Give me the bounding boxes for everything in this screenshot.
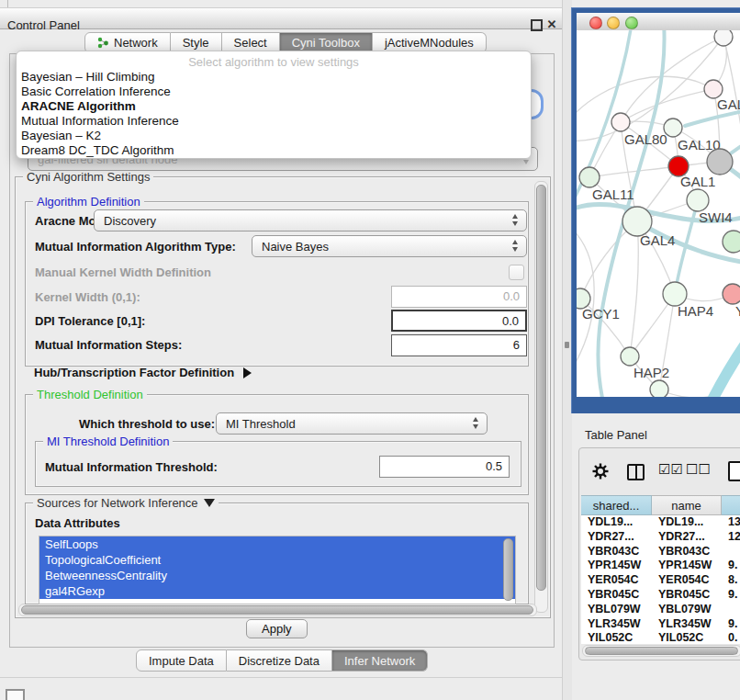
node-label: GAL xyxy=(717,96,740,112)
table-cell: 9. xyxy=(722,588,740,603)
close-panel-button[interactable]: ✕ xyxy=(545,18,558,31)
table-cell: YER054C xyxy=(652,573,722,588)
mi-threshold-field[interactable]: 0.5 xyxy=(379,456,510,478)
tab-discretize-data[interactable]: Discretize Data xyxy=(227,649,332,672)
hub-section-toggle[interactable]: Hub/Transcription Factor Definition xyxy=(34,366,252,379)
table-row[interactable]: YIL052CYIL052C0. xyxy=(581,631,740,644)
export-table-icon[interactable] xyxy=(728,461,740,481)
mi-type-label: Mutual Information Algorithm Type: xyxy=(35,240,236,254)
table-hscrollbar[interactable] xyxy=(582,645,740,657)
algorithm-option-bayesian-k2[interactable]: Bayesian – K2 xyxy=(17,129,531,143)
network-node[interactable] xyxy=(723,231,740,253)
expand-arrow-icon xyxy=(243,367,252,378)
table-cell xyxy=(722,603,740,617)
tab-infer-network[interactable]: Infer Network xyxy=(332,649,428,672)
table-row[interactable]: YDL19...YDL19...13 xyxy=(581,515,740,530)
table-cell: YBL079W xyxy=(581,603,652,617)
table-cell: 12 xyxy=(722,530,740,545)
algorithm-option-bayesian-hill-climbing[interactable]: Bayesian – Hill Climbing xyxy=(17,70,531,85)
algorithm-popup-prompt: Select algorithm to view settings xyxy=(17,55,531,70)
table-cell: YBR043C xyxy=(581,545,652,559)
network-node-y[interactable] xyxy=(723,284,740,304)
table-cell: YIL052C xyxy=(581,631,652,644)
network-node-hap2[interactable] xyxy=(621,347,639,366)
network-node-swi4[interactable] xyxy=(687,189,709,211)
settings-hscrollbar[interactable] xyxy=(18,604,537,616)
column-header-shared[interactable]: shared... xyxy=(581,495,652,515)
network-node-gal11[interactable] xyxy=(579,167,600,187)
network-node[interactable] xyxy=(707,149,733,175)
algorithm-definition-group: Algorithm Definition Aracne Mode: Discov… xyxy=(25,201,529,367)
network-window-titlebar[interactable] xyxy=(577,13,740,31)
algorithm-definition-title: Algorithm Definition xyxy=(33,195,144,209)
mi-steps-field[interactable]: 6 xyxy=(391,334,527,356)
kernel-width-field[interactable]: 0.0 xyxy=(391,286,527,308)
attribute-topologicalcoefficient[interactable]: TopologicalCoefficient xyxy=(39,552,515,568)
which-threshold-combobox[interactable]: MI Threshold xyxy=(216,412,488,435)
table-cell xyxy=(722,545,740,559)
tab-label: Cyni Toolbox xyxy=(292,36,360,50)
dpi-tolerance-field[interactable]: 0.0 xyxy=(391,310,527,332)
network-edge xyxy=(589,166,678,177)
cyni-bottom-tabs: Impute DataDiscretize DataInfer Network xyxy=(136,649,428,672)
data-attributes-list[interactable]: SelfLoopsTopologicalCoefficientBetweenne… xyxy=(39,536,516,604)
table-row[interactable]: YBR045CYBR045C9. xyxy=(581,588,740,603)
network-node-gal80[interactable] xyxy=(611,113,630,131)
control-panel-titlebar: Control Panel ✕ xyxy=(0,7,562,29)
table-row[interactable]: YER054CYER054C8. xyxy=(581,573,740,588)
close-window-icon[interactable] xyxy=(589,17,602,29)
network-node-gal10[interactable] xyxy=(664,119,682,137)
table-cell: YDR27... xyxy=(652,530,722,545)
table-hscrollbar-thumb[interactable] xyxy=(585,647,738,655)
select-all-columns-icon[interactable]: ☑☑ xyxy=(658,461,683,478)
node-label: Y xyxy=(735,303,740,319)
table-row[interactable]: YDR27...YDR27...12 xyxy=(581,530,740,545)
column-header-extra[interactable] xyxy=(722,495,740,515)
aracne-mode-combobox[interactable]: Discovery xyxy=(94,209,527,231)
tab-label: Impute Data xyxy=(149,654,214,668)
network-node-gal[interactable] xyxy=(704,80,723,98)
tab-impute-data[interactable]: Impute Data xyxy=(136,649,227,672)
minimize-window-icon[interactable] xyxy=(607,17,620,29)
network-node[interactable] xyxy=(650,380,668,397)
table-cell: 8. xyxy=(722,573,740,588)
algorithm-option-dream8-dc-tdc-algorithm[interactable]: Dream8 DC_TDC Algorithm xyxy=(17,143,531,158)
algorithm-option-aracne-algorithm[interactable]: ARACNE Algorithm xyxy=(17,99,531,114)
network-edge xyxy=(577,76,713,118)
mi-type-value: Naive Bayes xyxy=(262,240,329,254)
table-body[interactable]: YDL19...YDL19...13YDR27...YDR27...12YBR0… xyxy=(581,515,740,644)
settings-vscrollbar-thumb[interactable] xyxy=(536,185,546,591)
zoom-window-icon[interactable] xyxy=(625,17,638,29)
table-cell: YIL052C xyxy=(652,631,722,644)
unselect-all-columns-icon[interactable]: ☐☐ xyxy=(686,461,711,478)
settings-hscrollbar-thumb[interactable] xyxy=(21,605,533,615)
which-threshold-label: Which threshold to use: xyxy=(79,417,215,431)
network-canvas[interactable]: GALGAL80GAL10GAL1GAL11SWI4GAL4GCY1HAP4YH… xyxy=(577,30,740,397)
attribute-betweennesscentrality[interactable]: BetweennessCentrality xyxy=(39,568,515,583)
network-node[interactable] xyxy=(714,30,733,46)
table-row[interactable]: YPR145WYPR145W9. xyxy=(581,559,740,573)
network-edge xyxy=(621,89,713,122)
float-window-button[interactable] xyxy=(530,18,543,31)
attributes-vscrollbar-thumb[interactable] xyxy=(503,538,513,601)
settings-vscrollbar[interactable] xyxy=(534,181,548,613)
manual-kernel-width-checkbox[interactable] xyxy=(509,265,524,280)
node-label: HAP4 xyxy=(678,303,713,319)
table-row[interactable]: YLR345WYLR345W9. xyxy=(581,617,740,632)
algorithm-option-mutual-information-inference[interactable]: Mutual Information Inference xyxy=(17,114,531,129)
sources-group-header[interactable]: Sources for Network Inference xyxy=(33,496,219,510)
column-header-name[interactable]: name xyxy=(652,495,722,515)
show-columns-icon[interactable] xyxy=(627,464,645,480)
data-attributes-label: Data Attributes xyxy=(35,516,120,530)
attribute-selfloops[interactable]: SelfLoops xyxy=(39,536,515,552)
apply-button[interactable]: Apply xyxy=(246,619,308,638)
table-cell: YBL079W xyxy=(652,603,722,617)
algorithm-option-basic-correlation-inference[interactable]: Basic Correlation Inference xyxy=(17,85,531,99)
table-row[interactable]: YBL079WYBL079W xyxy=(581,603,740,617)
control-panel-title: Control Panel xyxy=(7,18,80,32)
table-row[interactable]: YBR043CYBR043C xyxy=(581,545,740,559)
minimized-window-icon[interactable] xyxy=(6,689,25,700)
mi-type-combobox[interactable]: Naive Bayes xyxy=(252,235,527,257)
gear-icon[interactable] xyxy=(592,463,609,482)
attribute-gal4rgexp[interactable]: gal4RGexp xyxy=(39,583,515,599)
